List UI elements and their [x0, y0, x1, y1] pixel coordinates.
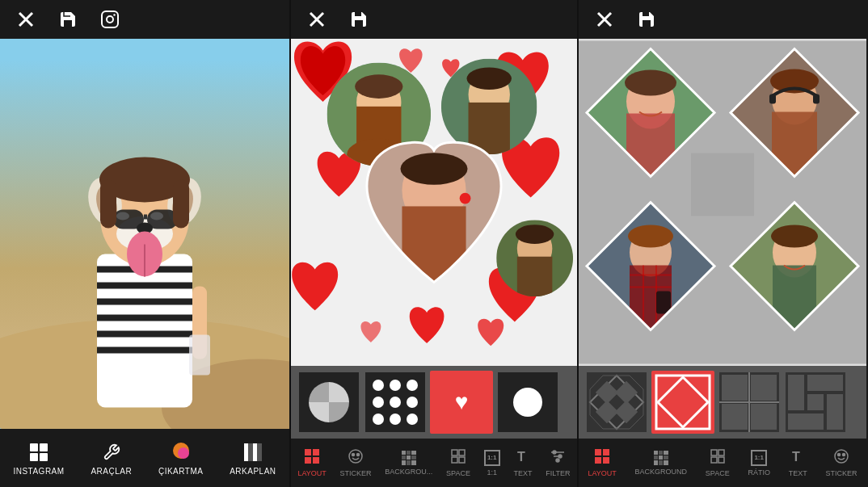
svg-rect-158	[718, 450, 724, 456]
araclar-label: ARAÇLAR	[91, 467, 132, 476]
text-label-2: TEXT	[513, 469, 532, 477]
panel-1: INSTAGRAM ARAÇLAR ÇIKARTMA	[0, 0, 289, 487]
background-label-3: BACKGROUND	[635, 468, 688, 476]
panel2-tab-space[interactable]: SPACE	[446, 448, 470, 477]
svg-rect-14	[97, 347, 192, 354]
strip3-b[interactable]	[651, 371, 714, 434]
filter-icon-2	[550, 448, 566, 467]
save-button-2[interactable]	[348, 8, 370, 31]
panel2-tab-sticker[interactable]: STICKER	[339, 448, 371, 477]
svg-rect-72	[517, 257, 553, 296]
toolbar-item-instagram[interactable]: INSTAGRAM	[13, 441, 64, 476]
panel3-tab-background[interactable]: BACKGROUND	[635, 451, 688, 476]
svg-rect-154	[603, 449, 609, 456]
layout-label-3: LAYOUT	[588, 469, 616, 477]
svg-rect-112	[813, 94, 820, 104]
svg-rect-157	[711, 450, 717, 456]
toolbar-item-arkaplan[interactable]: ARKAPLAN	[230, 441, 276, 476]
instagram-icon	[27, 441, 50, 464]
svg-rect-160	[718, 457, 724, 463]
svg-point-162	[835, 450, 848, 463]
space-icon-2	[450, 448, 466, 467]
svg-rect-76	[313, 449, 319, 456]
panel2-tab-ratio[interactable]: 1:1 1:1	[484, 450, 500, 477]
svg-rect-159	[711, 457, 717, 463]
ratio-icon-3: 1:1	[751, 450, 767, 466]
toolbar-item-araclar[interactable]: ARAÇLAR	[91, 441, 132, 476]
panel2-tab-filter[interactable]: FILTER	[546, 448, 570, 477]
svg-point-73	[516, 225, 554, 244]
svg-rect-49	[355, 20, 363, 27]
strip-bigdot[interactable]	[496, 371, 559, 434]
panel2-tab-background[interactable]: BACKGROU...	[385, 451, 432, 476]
panel2-tab-text[interactable]: T TEXT	[513, 448, 532, 477]
panel2-strip: ♥	[291, 366, 577, 439]
background-icon-3	[654, 451, 668, 465]
svg-rect-143	[722, 404, 748, 430]
background-label-2: BACKGROU...	[385, 468, 432, 476]
sticker-icon-3	[833, 448, 849, 467]
strip3-a[interactable]	[585, 371, 648, 434]
strip-hearts[interactable]: ♥	[430, 371, 493, 434]
svg-rect-16	[189, 335, 210, 376]
close-button-2[interactable]	[305, 8, 328, 31]
svg-rect-153	[595, 449, 601, 456]
svg-rect-156	[603, 457, 609, 464]
layout-label-2: LAYOUT	[297, 469, 326, 477]
strip-dots[interactable]	[364, 371, 427, 434]
svg-point-57	[355, 74, 402, 99]
svg-rect-83	[459, 450, 465, 456]
svg-rect-144	[751, 404, 777, 430]
toolbar-item-cikartma[interactable]: ÇIKARTMA	[158, 441, 204, 476]
svg-rect-75	[305, 449, 311, 456]
panel3-toolbar: LAYOUT BACKGROUND SPAcE	[579, 439, 866, 487]
instagram-share-button[interactable]	[99, 8, 121, 31]
panel3-tab-layout[interactable]: LAYOUT	[588, 448, 616, 477]
svg-point-81	[356, 454, 359, 456]
panel3-tab-space[interactable]: SPAcE	[706, 448, 730, 477]
panel3-tab-sticker[interactable]: STICKER	[826, 448, 857, 477]
close-button-1[interactable]	[15, 8, 37, 31]
ratio-label-2: 1:1	[487, 468, 497, 477]
svg-rect-95	[643, 20, 651, 27]
svg-text:T: T	[517, 450, 525, 464]
save-button-1[interactable]	[57, 8, 79, 31]
panel2-tab-layout[interactable]: LAYOUT	[297, 448, 326, 477]
svg-point-79	[349, 450, 362, 463]
svg-rect-27	[113, 210, 144, 229]
save-button-3[interactable]	[635, 8, 658, 31]
panel1-photo-area	[0, 39, 289, 429]
sticker-label-2: STICKER	[339, 469, 371, 477]
svg-point-31	[150, 212, 163, 220]
svg-rect-129	[691, 153, 754, 216]
panel2-photo-area	[291, 39, 577, 366]
svg-rect-45	[100, 180, 116, 229]
ratio-icon-2: 1:1	[484, 450, 500, 466]
panel3-tab-text[interactable]: T TEXT	[789, 448, 807, 477]
filter-label-2: FILTER	[546, 469, 570, 477]
svg-point-127	[771, 225, 818, 248]
sticker-icon-2	[348, 448, 364, 467]
strip3-c[interactable]	[718, 371, 781, 434]
svg-rect-151	[827, 394, 843, 430]
svg-point-63	[467, 67, 512, 90]
svg-rect-82	[452, 450, 457, 456]
panel2-header	[291, 0, 577, 39]
svg-point-164	[843, 454, 845, 456]
svg-rect-152	[788, 414, 824, 430]
svg-point-92	[556, 459, 559, 462]
svg-rect-148	[788, 375, 804, 410]
panel3-tab-ratio[interactable]: 1:1 RÁTIO	[748, 450, 770, 477]
panel3-header	[579, 0, 866, 39]
svg-point-80	[352, 454, 354, 456]
svg-point-163	[838, 454, 841, 456]
text-icon-3: T	[790, 448, 806, 467]
strip-pinwheel[interactable]	[297, 371, 360, 434]
space-label-2: SPACE	[446, 469, 470, 477]
close-button-3[interactable]	[593, 8, 616, 31]
strip3-d[interactable]	[784, 371, 847, 434]
panel3-photo-area	[579, 39, 866, 366]
svg-rect-142	[751, 375, 777, 401]
svg-rect-84	[452, 457, 457, 463]
svg-point-67	[400, 153, 467, 185]
